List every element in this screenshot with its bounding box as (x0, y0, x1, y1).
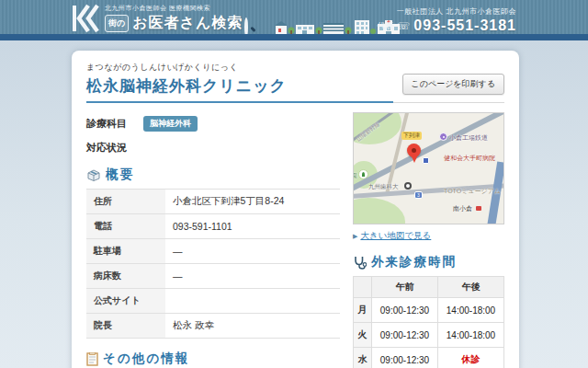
hours-title: 外来診療時間 (371, 254, 457, 270)
hours-pm-0: 14:00-18:00 (438, 298, 504, 323)
status-row: 対応状況 (86, 141, 340, 155)
row-label: 病床数 (86, 264, 165, 289)
table-row: 公式サイト (86, 289, 340, 314)
overview-title: 概要 (106, 167, 134, 183)
hours-col-pm: 午後 (438, 277, 504, 298)
map-building-icon (423, 157, 429, 164)
triangle-bullet-icon: ▶ (353, 233, 357, 240)
am-cell: 09:00-12:30 (372, 323, 438, 348)
card-header: まつながのうしんけいげかくりにっく 松永脳神経外科クリニック このページを印刷す… (86, 62, 504, 103)
row-value: — (165, 264, 340, 289)
table-row: 電話093-591-1101 (86, 214, 340, 239)
map-label-hospital: 健和会大手町病院 (444, 154, 495, 163)
map-route-shield: 3 (414, 191, 423, 199)
clinic-furigana: まつながのうしんけいげかくりにっく (86, 62, 393, 74)
main-info-column: 診療科目 脳神経外科 対応状況 概要 住所小倉北区下到津5丁目8-24 (86, 112, 340, 368)
row-label: 住所 (86, 190, 165, 214)
department-label: 診療科目 (86, 117, 143, 131)
day-cell: 水 (354, 348, 372, 368)
hours-row: 水09:00-12:30休診 (354, 348, 504, 368)
row-label: 院長 (86, 314, 165, 339)
clinic-detail-card: まつながのうしんけいげかくりにっく 松永脳神経外科クリニック このページを印刷す… (72, 51, 519, 368)
department-row: 診療科目 脳神経外科 (86, 116, 340, 132)
overview-table: 住所小倉北区下到津5丁目8-24 電話093-591-1101 駐車場— 病床数… (86, 189, 340, 339)
row-value: 093-591-1101 (165, 214, 340, 239)
hours-row: 火09:00-12:3014:00-18:00 (354, 323, 504, 348)
larger-map-link[interactable]: 大きい地図で見る (360, 230, 431, 242)
status-label: 対応状況 (86, 141, 143, 155)
logo-subtitle: 北九州市小倉医師会 医療機関検索 (105, 4, 256, 13)
page-title: 松永脳神経外科クリニック (86, 75, 393, 97)
map-station-marker (476, 206, 481, 211)
header-contact: 一般社団法人 北九州市小倉医師会 代表 ☏ 093-551-3181 (378, 6, 516, 34)
table-row: 住所小倉北区下到津5丁目8-24 (86, 190, 340, 214)
map-park-area (353, 198, 405, 224)
hours-corner-cell (354, 277, 372, 298)
row-value (165, 289, 340, 314)
row-value: 松永 政幸 (165, 314, 340, 339)
magnifier-icon (244, 19, 256, 31)
hours-row: 月09:00-12:3014:00-18:00 (354, 298, 504, 323)
row-value: — (165, 239, 340, 264)
header-strip (0, 34, 588, 40)
stethoscope-icon (353, 256, 367, 270)
map-museum-icon (439, 132, 447, 141)
location-map[interactable]: 山陽新幹線 下到津 小倉工場鉄道 健和会大手町病院 九州歯科大 3 TOTOミュ… (353, 112, 504, 224)
phone-number: 093-551-3181 (413, 17, 516, 34)
map-label-road: 下到津 (401, 132, 422, 140)
day-cell: 火 (354, 323, 372, 348)
table-row: 病床数— (86, 264, 340, 289)
overview-heading: 概要 (86, 167, 340, 183)
map-station-icon (404, 182, 412, 190)
table-row: 院長松永 政幸 (86, 314, 340, 339)
row-label: 電話 (86, 214, 165, 239)
phone-icon: ☏ (398, 20, 411, 32)
map-column: 山陽新幹線 下到津 小倉工場鉄道 健和会大手町病院 九州歯科大 3 TOTOミュ… (353, 112, 504, 368)
machi-badge: 街の (105, 15, 129, 32)
map-label-toto: TOTOミュージアム (444, 187, 501, 196)
hours-table: 午前 午後 月09:00-12:3014:00-18:00 火09:00-12:… (353, 276, 504, 368)
hours-pm-2: 休診 (438, 348, 504, 368)
map-label-university: 九州歯科大 (368, 183, 399, 191)
logo-title: お医者さん検索 (132, 14, 243, 33)
map-label-park: 園 (353, 172, 357, 180)
box-icon (86, 168, 101, 181)
row-label: 駐車場 (86, 239, 165, 264)
table-row: 駐車場— (86, 239, 340, 264)
other-info-heading: その他の情報 (86, 351, 340, 367)
row-value: 小倉北区下到津5丁目8-24 (165, 190, 340, 214)
print-page-button[interactable]: このページを印刷する (402, 74, 504, 95)
hours-pm-1: 14:00-18:00 (438, 323, 504, 348)
org-name: 一般社団法人 北九州市小倉医師会 (378, 6, 516, 17)
k-logo-icon (72, 4, 99, 33)
map-pin-icon[interactable] (407, 144, 422, 165)
am-cell: 09:00-12:30 (372, 348, 438, 368)
other-info-title: その他の情報 (103, 351, 189, 367)
site-logo[interactable]: 北九州市小倉医師会 医療機関検索 街の お医者さん検索 (72, 4, 256, 33)
clipboard-icon (86, 352, 98, 366)
hours-heading: 外来診療時間 (353, 254, 504, 270)
map-label-museum: 小倉工場鉄道 (449, 133, 488, 143)
site-header: 北九州市小倉医師会 医療機関検索 街の お医者さん検索 一般社団法人 北九州 (0, 0, 588, 40)
phone-label: 代表 (378, 20, 394, 32)
department-badge: 脳神経外科 (143, 116, 198, 132)
row-label: 公式サイト (86, 289, 165, 314)
day-cell: 月 (354, 298, 372, 323)
hours-col-am: 午前 (372, 277, 438, 298)
map-label-station: 南小倉 (453, 204, 472, 213)
am-cell: 09:00-12:30 (372, 298, 438, 323)
